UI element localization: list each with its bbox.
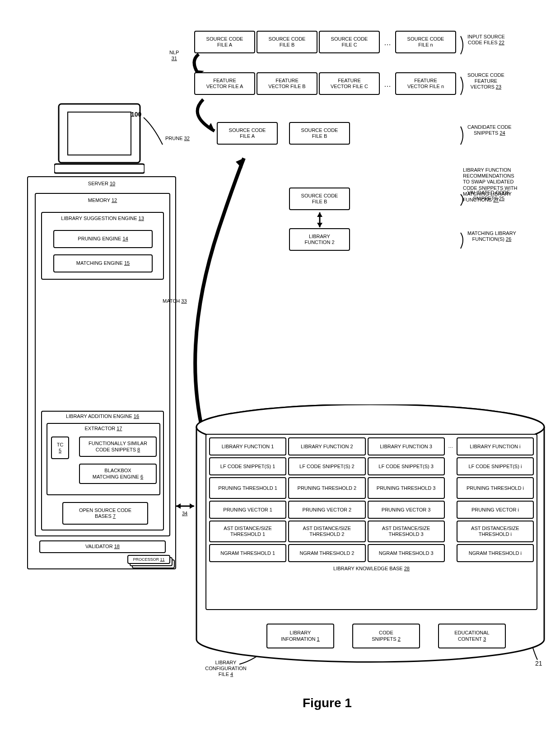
fv-c: FEATUREVECTOR FILE C — [319, 72, 380, 95]
kb-r4c3: PRUNING VECTOR 3 — [368, 501, 445, 519]
recommendation-text: LIBRARY FUNCTION RECOMMENDATIONS TO SWAP… — [463, 167, 540, 203]
kb-r2ci: LF CODE SNIPPET(S) i — [457, 457, 534, 475]
nlp-label: NLP 31 — [169, 50, 179, 61]
src-n: SOURCE CODEFILE n — [395, 31, 456, 53]
pruning-engine-box: PRUNING ENGINE 14 — [53, 230, 153, 248]
match-lib2: LIBRARYFUNCTION 2 — [289, 228, 350, 251]
svg-rect-16 — [68, 112, 131, 155]
svg-marker-2 — [176, 503, 181, 509]
matching-engine-box: MATCHING ENGINE 15 — [53, 254, 153, 272]
kb-dots: … — [447, 437, 455, 455]
src-feat-label: SOURCE CODE FEATURE VECTORS 23 — [467, 72, 504, 90]
server-num: 10 — [110, 181, 115, 186]
kb-hi: LIBRARY FUNCTION i — [457, 437, 534, 455]
kb-r4ci: PRUNING VECTOR i — [457, 501, 534, 519]
cand-src-b: SOURCE CODEFILE B — [289, 122, 350, 145]
kb-r2c2: LF CODE SNIPPET(S) 2 — [288, 457, 365, 475]
dots-src: … — [384, 38, 391, 47]
kb-r5ci: AST DISTANCE/SIZE THRESHOLD i — [457, 521, 534, 542]
match-label: MATCH 33 — [163, 298, 187, 304]
val-src-b: SOURCE CODEFILE B — [289, 188, 350, 210]
kb-r3ci: PRUNING THRESHOLD i — [457, 477, 534, 499]
svg-marker-8 — [317, 223, 322, 227]
kb-r6c3: NGRAM THRESHOLD 3 — [368, 544, 445, 562]
src-a: SOURCE CODEFILE A — [194, 31, 255, 53]
svg-marker-7 — [317, 212, 322, 217]
kb-outer: LIBRARY FUNCTION 1 LIBRARY FUNCTION 2 LI… — [205, 434, 537, 610]
fv-n: FEATUREVECTOR FILE n — [395, 72, 456, 95]
code-snip-box: CODE SNIPPETS 2 — [352, 624, 420, 648]
lib-info-box: LIBRARY INFORMATION 1 — [266, 624, 334, 648]
blackbox-box: BLACKBOX MATCHING ENGINE 6 — [79, 464, 157, 484]
kb-r5c3: AST DISTANCE/SIZE THRESHOLD 3 — [368, 521, 445, 542]
kb-r3c3: PRUNING THRESHOLD 3 — [368, 477, 445, 499]
tc-box: TC 5 — [51, 437, 69, 459]
memory-box: MEMORY 12 LIBRARY SUGGESTION ENGINE 13 P… — [35, 193, 170, 536]
validator-box: VALIDATOR 18 — [39, 540, 166, 553]
ls-engine-box: LIBRARY SUGGESTION ENGINE 13 PRUNING ENG… — [41, 212, 164, 280]
svg-marker-4 — [208, 123, 215, 131]
kb-r5c2: AST DISTANCE/SIZE THRESHOLD 2 — [288, 521, 365, 542]
kb-r4c2: PRUNING VECTOR 2 — [288, 501, 365, 519]
ls-engine-num: 13 — [139, 216, 144, 221]
src-c: SOURCE CODEFILE C — [319, 31, 380, 53]
kb-h3: LIBRARY FUNCTION 3 — [368, 437, 445, 455]
figure-title: Figure 1 — [303, 696, 352, 710]
prune-label: PRUNE 32 — [165, 136, 190, 141]
kb-r2c1: LF CODE SNIPPET(S) 1 — [209, 457, 286, 475]
fv-b: FEATUREVECTOR FILE B — [257, 72, 317, 95]
fv-a: FEATUREVECTOR FILE A — [194, 72, 255, 95]
kb-r6c1: NGRAM THRESHOLD 1 — [209, 544, 286, 562]
open-source-box: OPEN SOURCE CODE BASES 7 — [62, 502, 148, 525]
extractor-box: EXTRACTOR 17 TC 5 FUNCTIONALLY SIMILAR C… — [47, 423, 160, 495]
src-b: SOURCE CODEFILE B — [257, 31, 317, 53]
kb-r2c3: LF CODE SNIPPET(S) 3 — [368, 457, 445, 475]
kb-r6ci: NGRAM THRESHOLD i — [457, 544, 534, 562]
kb-num-21: 21 — [535, 660, 542, 667]
kb-r6c2: NGRAM THRESHOLD 2 — [288, 544, 365, 562]
kb-num: 28 — [404, 566, 410, 571]
dots-fv: … — [384, 80, 391, 89]
kb-r3c2: PRUNING THRESHOLD 2 — [288, 477, 365, 499]
svg-rect-17 — [54, 164, 145, 173]
kb-h1: LIBRARY FUNCTION 1 — [209, 437, 286, 455]
memory-title: MEMORY — [88, 197, 110, 203]
memory-num: 12 — [112, 197, 117, 203]
server-title: SERVER — [88, 181, 108, 186]
kb-r4c1: PRUNING VECTOR 1 — [209, 501, 286, 519]
arrow34-label: 34 — [182, 511, 187, 516]
server-box: SERVER 10 MEMORY 12 LIBRARY SUGGESTION E… — [27, 176, 176, 569]
kb-r5c1: AST DISTANCE/SIZE THRESHOLD 1 — [209, 521, 286, 542]
la-engine-box: LIBRARY ADDITION ENGINE 16 EXTRACTOR 17 … — [41, 411, 164, 530]
func-similar-box: FUNCTIONALLY SIMILAR CODE SNIPPETS 8 — [79, 437, 157, 457]
processor-box: PROCESSOR 11 — [127, 555, 170, 564]
svg-rect-15 — [59, 104, 140, 163]
candidate-label: CANDIDATE CODE SNIPPETS 24 — [467, 124, 512, 136]
lib-config-label: LIBRARY CONFIGURATION FILE 4 — [199, 660, 253, 678]
ls-engine-title: LIBRARY SUGGESTION ENGINE — [61, 216, 137, 221]
kb-h2: LIBRARY FUNCTION 2 — [288, 437, 365, 455]
input-src-label: INPUT SOURCE CODE FILES 22 — [467, 34, 505, 46]
cand-src-a: SOURCE CODEFILE A — [217, 122, 278, 145]
svg-marker-1 — [190, 503, 194, 509]
edu-content-box: EDUCATIONAL CONTENT 3 — [438, 624, 506, 648]
kb-label: LIBRARY KNOWLEDGE BASE — [333, 566, 403, 571]
matching-lib-label: MATCHING LIBRARY FUNCTION(S) 26 — [467, 230, 516, 242]
monitor-icon — [54, 99, 145, 181]
svg-marker-5 — [236, 158, 244, 169]
kb-r3c1: PRUNING THRESHOLD 1 — [209, 477, 286, 499]
